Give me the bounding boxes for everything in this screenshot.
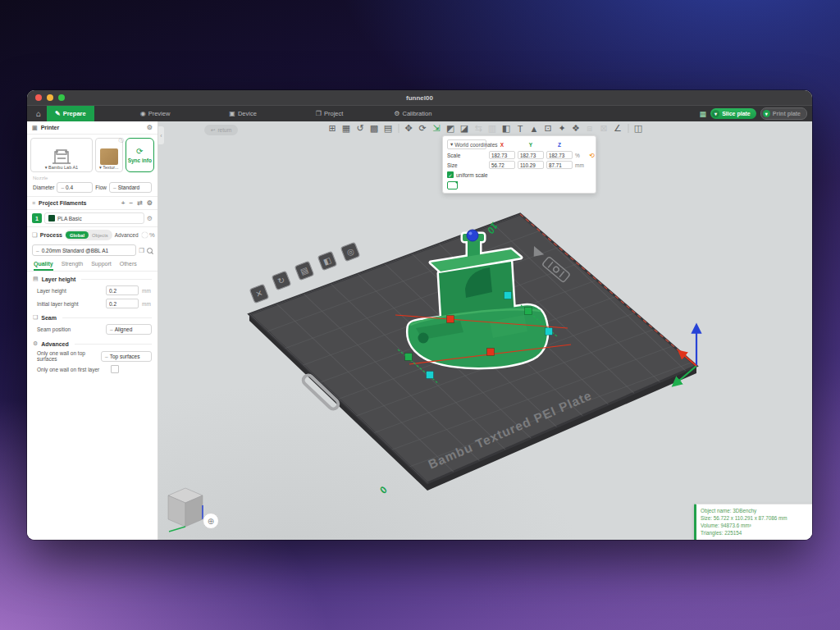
- gizmo-y-handle[interactable]: [525, 308, 532, 315]
- tab-calibration[interactable]: ⚙ Calibration: [386, 106, 440, 121]
- search-preset-icon[interactable]: [147, 248, 153, 253]
- tab-strength[interactable]: Strength: [62, 261, 83, 271]
- wall-top-row: Only one wall on top surfaces –Top surfa…: [27, 349, 158, 363]
- initial-layer-height-input[interactable]: [106, 299, 139, 308]
- split-objects-button[interactable]: ▤: [381, 122, 395, 135]
- variable-layer-height-tool[interactable]: ▥: [486, 122, 499, 135]
- size-z-input[interactable]: [546, 161, 573, 169]
- add-plate-button[interactable]: ▦: [340, 122, 353, 135]
- gizmo-x-handle[interactable]: [487, 349, 495, 356]
- measure-tool[interactable]: ∠: [611, 122, 624, 135]
- assembly-tool[interactable]: ❖: [569, 122, 582, 135]
- lay-on-face-tool[interactable]: ◩: [444, 122, 457, 135]
- plate-info-icon[interactable]: ⓘ: [119, 137, 124, 144]
- remove-filament-icon[interactable]: −: [129, 199, 133, 207]
- plates-grid-icon[interactable]: ▦: [700, 110, 707, 118]
- print-dropdown-icon[interactable]: ▾: [763, 110, 770, 117]
- wall-first-layer-checkbox[interactable]: [111, 365, 119, 373]
- flow-select[interactable]: –Standard: [109, 182, 152, 193]
- scope-global[interactable]: Global: [66, 231, 89, 239]
- orientation-cube[interactable]: [168, 488, 203, 527]
- viewport-3d[interactable]: Bambu Textured PEI Plate ✕ ↻: [158, 121, 812, 540]
- printer-select[interactable]: ▾ Bambu Lab A1: [30, 138, 93, 172]
- seam-icon: ❏: [33, 314, 38, 321]
- mirror-tool[interactable]: ⇆: [472, 122, 485, 135]
- drop-to-plate-icon[interactable]: [447, 181, 458, 189]
- plate-type-select[interactable]: ⓘ ▾ Textur...: [95, 138, 123, 172]
- filament-settings-icon[interactable]: ⚙: [147, 199, 153, 207]
- filament-select[interactable]: PLA Basic: [44, 212, 144, 224]
- return-button[interactable]: ↩ return: [204, 125, 238, 135]
- plate-delete-button[interactable]: ✕: [249, 284, 268, 303]
- wall-top-select[interactable]: –Top surfaces: [101, 351, 152, 362]
- mesh-boolean-tool[interactable]: ⊡: [541, 122, 555, 135]
- sidebar-collapse-handle[interactable]: ‹: [158, 126, 164, 144]
- add-filament-icon[interactable]: +: [121, 199, 126, 207]
- process-scope-toggle[interactable]: Global Objects: [65, 230, 112, 240]
- tab-quality[interactable]: Quality: [34, 261, 53, 271]
- plate-lock-button[interactable]: ◎: [340, 242, 359, 261]
- text-tool[interactable]: T: [514, 122, 527, 135]
- tab-project[interactable]: ❐ Project: [308, 106, 352, 121]
- scale-panel: ▾World coordinates X Y Z Scale % ⟲ Size: [442, 135, 596, 194]
- plate-arrange-button[interactable]: ▤: [294, 261, 313, 280]
- reset-scale-icon[interactable]: ⟲: [589, 152, 597, 159]
- save-preset-icon[interactable]: ❐: [139, 247, 144, 254]
- slice-dropdown-icon[interactable]: ▾: [712, 110, 719, 117]
- scale-z-input[interactable]: [546, 151, 573, 159]
- color-paint-tool[interactable]: ◧: [500, 122, 513, 135]
- sync-filament-icon[interactable]: ⇄: [137, 199, 143, 207]
- tab-support[interactable]: Support: [91, 261, 112, 271]
- move-tool[interactable]: ✥: [402, 122, 415, 135]
- tab-preview[interactable]: ◉ Preview: [132, 106, 179, 121]
- scope-objects[interactable]: Objects: [89, 233, 112, 238]
- gizmo-corner-handle[interactable]: [546, 328, 553, 336]
- parameter-table-icon[interactable]: %: [149, 231, 155, 239]
- viewport-tools-button[interactable]: ⊕: [203, 514, 219, 529]
- axis-z-header: Z: [546, 142, 573, 148]
- sync-info-button[interactable]: ⟳ Sync info: [126, 138, 154, 172]
- tab-others[interactable]: Others: [120, 261, 137, 271]
- sync-refresh-icon: ⟳: [136, 148, 143, 156]
- tab-prepare[interactable]: ✎ Prepare: [47, 106, 94, 121]
- add-object-button[interactable]: ⊞: [326, 122, 339, 135]
- explode-view-button[interactable]: ◫: [632, 122, 645, 135]
- gizmo-x-handle[interactable]: [447, 316, 454, 323]
- prepare-icon: ✎: [55, 110, 61, 117]
- aux-tool-a[interactable]: ⧈: [583, 122, 596, 135]
- edit-filament-icon[interactable]: ⚙: [147, 215, 153, 222]
- process-preset-select[interactable]: – 0.20mm Standard @BBL A1: [32, 244, 136, 256]
- rotate-tool[interactable]: ⟳: [416, 122, 429, 135]
- cut-tool[interactable]: ◪: [458, 122, 471, 135]
- plate-settings-button[interactable]: ◧: [317, 251, 336, 270]
- auto-orient-button[interactable]: ↺: [354, 122, 367, 135]
- gizmo-corner-handle[interactable]: [427, 372, 434, 379]
- coordinate-system-select[interactable]: ▾World coordinates: [447, 139, 486, 149]
- layer-height-section: ▤ Layer height: [27, 272, 158, 284]
- arrange-button[interactable]: ▩: [368, 122, 381, 135]
- print-plate-button[interactable]: ▾ Print plate: [760, 107, 807, 120]
- gizmo-corner-handle[interactable]: [504, 292, 512, 299]
- scale-tool[interactable]: ⇲: [430, 122, 443, 135]
- filament-slot-badge[interactable]: 1: [32, 213, 42, 223]
- seam-position-select[interactable]: –Aligned: [106, 324, 152, 335]
- scale-y-input[interactable]: [518, 151, 544, 159]
- scale-x-input[interactable]: [489, 151, 515, 159]
- object-volume-line: Volume: 94873.6 mm³: [701, 522, 812, 529]
- home-icon[interactable]: ⌂: [30, 109, 47, 118]
- plate-orient-button[interactable]: ↻: [272, 271, 290, 290]
- layer-height-input[interactable]: [106, 285, 139, 295]
- size-x-input[interactable]: [489, 161, 515, 169]
- printer-settings-icon[interactable]: ⚙: [147, 124, 153, 131]
- uniform-scale-checkbox[interactable]: ✓: [447, 171, 454, 178]
- support-paint-tool[interactable]: ▲: [527, 122, 541, 135]
- size-y-input[interactable]: [518, 161, 544, 169]
- gizmo-y-handle[interactable]: [405, 354, 413, 361]
- seam-paint-tool[interactable]: ✦: [555, 122, 568, 135]
- aux-tool-b[interactable]: ⊠: [597, 122, 610, 135]
- diameter-select[interactable]: –0.4: [57, 182, 93, 193]
- filament-spool-icon: [48, 215, 55, 221]
- gizmo-z-handle[interactable]: [467, 230, 478, 241]
- tab-device[interactable]: ▣ Device: [221, 106, 265, 121]
- slice-plate-button[interactable]: ▾ Slice plate: [710, 108, 756, 119]
